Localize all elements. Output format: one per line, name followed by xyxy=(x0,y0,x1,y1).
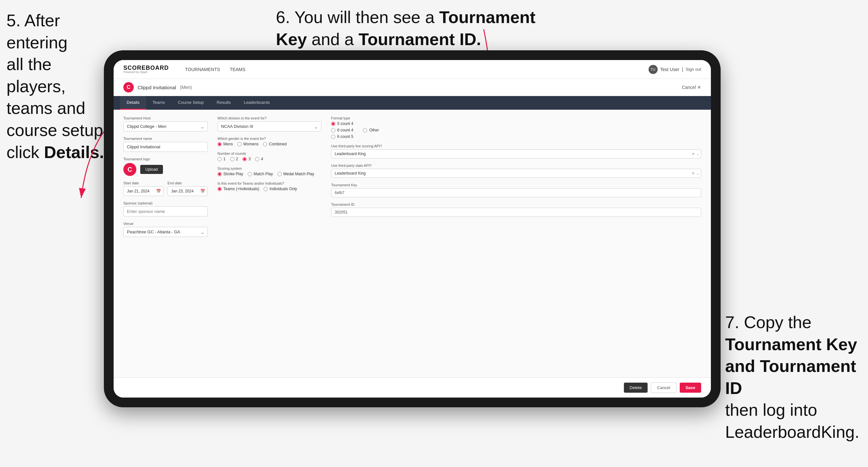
format-options-row: 5 count 4 6 count 4 6 count 5 xyxy=(331,121,701,139)
rounds-label: Number of rounds xyxy=(217,152,321,155)
tournament-key-label: Tournament Key xyxy=(331,183,701,187)
brand-logo: SCOREBOARD Powered by clippd xyxy=(123,65,169,74)
main-content: Tournament Host Clippd College - Men Tou… xyxy=(114,110,711,377)
third-party-stats-field: Use third-party stats API? ✕ ⌄ xyxy=(331,163,701,178)
middle-column: Which division is the event for? NCAA Di… xyxy=(217,116,321,371)
tournament-name-input[interactable] xyxy=(123,142,208,152)
teams-plus-individuals[interactable]: Teams (+Individuals) xyxy=(217,187,259,191)
scoring-medal[interactable]: Medal Match Play xyxy=(278,172,314,176)
format-6count5[interactable]: 6 count 5 xyxy=(331,134,353,139)
right-column: Format type 5 count 4 6 count 4 xyxy=(331,116,701,371)
user-name: Test User xyxy=(660,67,679,72)
tournament-host-select[interactable]: Clippd College - Men xyxy=(123,121,208,131)
format-type-section: Format type 5 count 4 6 count 4 xyxy=(331,116,701,139)
cancel-button[interactable]: Cancel xyxy=(651,382,676,393)
nav-tournaments[interactable]: TOURNAMENTS xyxy=(185,67,220,72)
individuals-only[interactable]: Individuals Only xyxy=(264,187,297,191)
venue-select-wrapper: Peachtree GC - Atlanta - GA xyxy=(123,227,208,237)
division-label: Which division is the event for? xyxy=(217,116,321,120)
tournament-key-input[interactable] xyxy=(331,188,701,197)
tournament-name-label: Tournament name xyxy=(123,136,208,141)
gender-combined[interactable]: Combined xyxy=(263,142,287,146)
logo-area: C Upload xyxy=(123,163,208,176)
tab-details[interactable]: Details xyxy=(120,96,146,110)
end-date-calendar-icon: 📅 xyxy=(200,189,205,193)
gender-womens[interactable]: Womens xyxy=(237,142,258,146)
third-party-stats-wrapper: ✕ ⌄ xyxy=(331,169,701,178)
tab-bar: Details Teams Course Setup Results Leade… xyxy=(114,96,711,110)
nav-links: TOURNAMENTS TEAMS xyxy=(185,67,245,72)
tournament-logo-label: Tournament logo xyxy=(123,157,208,161)
date-row: Start date 📅 End date 📅 xyxy=(123,181,208,196)
start-date-field: Start date 📅 xyxy=(123,181,164,196)
tournament-id-input[interactable] xyxy=(331,208,701,217)
upload-logo-button[interactable]: Upload xyxy=(140,165,163,174)
nav-teams[interactable]: TEAMS xyxy=(230,67,245,72)
delete-button[interactable]: Delete xyxy=(624,383,648,393)
division-select[interactable]: NCAA Division III xyxy=(217,121,321,131)
tournament-gender: (Men) xyxy=(180,85,192,90)
format-6count4[interactable]: 6 count 4 xyxy=(331,128,353,132)
end-date-label: End date xyxy=(167,181,208,185)
tournament-id-label: Tournament ID xyxy=(331,203,701,207)
tournament-logo-field: Tournament logo C Upload xyxy=(123,157,208,176)
scoring-match[interactable]: Match Play xyxy=(248,172,273,176)
tournament-host-select-wrapper: Clippd College - Men xyxy=(123,121,208,131)
sponsor-input[interactable] xyxy=(123,207,208,216)
tablet-device: SCOREBOARD Powered by clippd TOURNAMENTS… xyxy=(104,50,721,407)
format-other[interactable]: Other xyxy=(363,121,379,139)
tab-leaderboards[interactable]: Leaderboards xyxy=(237,96,276,110)
scoring-radio-group: Stroke Play Match Play Medal Match Play xyxy=(217,172,321,176)
save-button[interactable]: Save xyxy=(680,383,701,393)
annotation-step7: 7. Copy the Tournament Key and Tournamen… xyxy=(725,312,862,443)
venue-field: Venue Peachtree GC - Atlanta - GA xyxy=(123,222,208,237)
cancel-tournament-btn[interactable]: Cancel ✕ xyxy=(682,85,701,90)
sponsor-field: Sponsor (optional) xyxy=(123,201,208,216)
tournament-key-field: Tournament Key xyxy=(331,183,701,197)
tab-teams[interactable]: Teams xyxy=(146,96,172,110)
rounds-radio-group: 1 2 3 4 xyxy=(217,157,321,161)
teams-radio-group: Teams (+Individuals) Individuals Only xyxy=(217,187,321,191)
format-type-label: Format type xyxy=(331,116,701,120)
rounds-1[interactable]: 1 xyxy=(217,157,226,161)
division-field: Which division is the event for? NCAA Di… xyxy=(217,116,321,131)
rounds-field: Number of rounds 1 2 3 xyxy=(217,152,321,161)
gender-mens[interactable]: Mens xyxy=(217,142,233,146)
scoring-stroke[interactable]: Stroke Play xyxy=(217,172,243,176)
tournament-name-field: Tournament name xyxy=(123,136,208,152)
annotation-step6: 6. You will then see a Tournament Key an… xyxy=(276,6,568,50)
third-party-live-input[interactable] xyxy=(331,149,701,158)
third-party-stats-clear[interactable]: ✕ xyxy=(692,172,695,176)
signout-link[interactable]: Sign out xyxy=(686,67,701,72)
gender-label: Which gender is the event for? xyxy=(217,136,321,141)
sponsor-label: Sponsor (optional) xyxy=(123,201,208,205)
format-5count4[interactable]: 5 count 4 xyxy=(331,121,353,126)
rounds-3[interactable]: 3 xyxy=(243,157,251,161)
tournament-header: C Clippd Invitational (Men) Cancel ✕ xyxy=(114,79,711,96)
third-party-live-wrapper: ✕ ⌄ xyxy=(331,149,701,158)
third-party-stats-input[interactable] xyxy=(331,169,701,178)
scoring-field: Scoring system Stroke Play Match Play xyxy=(217,166,321,176)
venue-label: Venue xyxy=(123,222,208,225)
end-date-wrapper: 📅 xyxy=(167,186,208,196)
third-party-live-label: Use third-party live scoring API? xyxy=(331,144,701,148)
scoring-label: Scoring system xyxy=(217,166,321,170)
tournament-logo-letter: C xyxy=(123,82,134,93)
tab-results[interactable]: Results xyxy=(210,96,237,110)
annotation-step5: 5. After entering all the players, teams… xyxy=(6,10,111,163)
tab-course-setup[interactable]: Course Setup xyxy=(172,96,210,110)
third-party-stats-expand[interactable]: ⌄ xyxy=(696,172,699,176)
rounds-2[interactable]: 2 xyxy=(230,157,238,161)
start-date-wrapper: 📅 xyxy=(123,186,164,196)
third-party-live-clear[interactable]: ✕ xyxy=(692,152,695,156)
top-navigation: SCOREBOARD Powered by clippd TOURNAMENTS… xyxy=(114,60,711,79)
left-column: Tournament Host Clippd College - Men Tou… xyxy=(123,116,208,371)
nav-user-area: TU Test User | Sign out xyxy=(649,65,701,74)
third-party-live-expand[interactable]: ⌄ xyxy=(696,152,699,156)
teams-label: Is this event for Teams and/or Individua… xyxy=(217,181,321,185)
rounds-4[interactable]: 4 xyxy=(255,157,263,161)
venue-select[interactable]: Peachtree GC - Atlanta - GA xyxy=(123,227,208,237)
gender-field: Which gender is the event for? Mens Wome… xyxy=(217,136,321,146)
start-date-label: Start date xyxy=(123,181,164,185)
end-date-field: End date 📅 xyxy=(167,181,208,196)
